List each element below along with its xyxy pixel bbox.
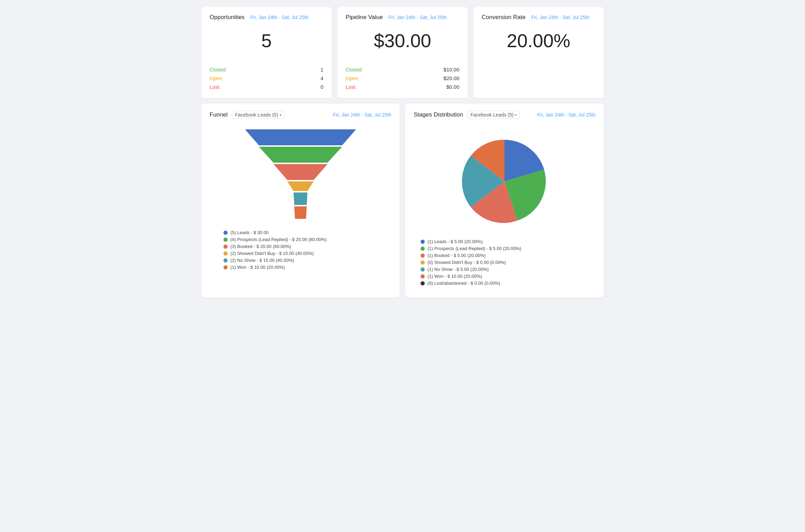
pipeline-lost-label: Lost <box>346 84 355 90</box>
svg-marker-2 <box>273 164 328 180</box>
pipeline-date: Fri, Jan 24th - Sat, Jul 25th <box>388 15 447 20</box>
legend-label-won: (1) Won - $ 10.00 (20.00%) <box>230 265 285 270</box>
funnel-card: Funnel Facebook Leads (5) ▾ Fri, Jan 24t… <box>201 104 400 298</box>
opportunities-value: 5 <box>210 26 323 58</box>
stages-title: Stages Distribution <box>414 111 463 118</box>
stages-date: Fri, Jan 24th - Sat, Jul 25th <box>537 112 595 118</box>
legend-dot-booked <box>223 244 228 249</box>
chevron-down-icon: ▾ <box>280 113 281 117</box>
pipeline-closed-row: Closed $10.00 <box>346 67 459 72</box>
stages-label-noshow: (1) No Show - $ 5.00 (20.00%) <box>427 267 489 272</box>
pipeline-closed-amount: $10.00 <box>443 67 459 72</box>
funnel-svg <box>235 129 366 226</box>
lost-label: Lost <box>210 84 219 90</box>
stages-legend-prospects: (1) Prospects (Lead Replied) - $ 5.00 (2… <box>421 246 521 251</box>
stages-dot-won <box>421 274 425 278</box>
svg-marker-0 <box>245 129 356 145</box>
stages-filter-dropdown[interactable]: Facebook Leads (5) ▾ <box>467 111 520 119</box>
legend-item-booked: (3) Booked - $ 20.00 (60.00%) <box>223 244 327 249</box>
legend-dot-prospects <box>223 238 228 242</box>
lost-count: 0 <box>321 84 323 90</box>
pipeline-value: $30.00 <box>346 26 459 58</box>
stages-header: Stages Distribution Facebook Leads (5) ▾… <box>414 111 595 119</box>
svg-marker-1 <box>259 147 342 163</box>
pipeline-header: Pipeline Value Fri, Jan 24th - Sat, Jul … <box>346 14 459 21</box>
conversion-title: Conversion Rate <box>482 14 526 21</box>
legend-item-won: (1) Won - $ 10.00 (20.00%) <box>223 265 327 270</box>
svg-marker-4 <box>294 192 307 205</box>
dashboard: Opportunities Fri, Jan 24th - Sat, Jul 2… <box>201 7 604 298</box>
legend-item-prospects: (4) Prospects (Lead Replied) - $ 25.00 (… <box>223 237 327 242</box>
stages-legend-noshow: (1) No Show - $ 5.00 (20.00%) <box>421 267 521 272</box>
conversion-value: 20.00% <box>482 26 595 58</box>
legend-label-booked: (3) Booked - $ 20.00 (60.00%) <box>230 244 291 249</box>
opportunities-breakdown: Closed 1 Open 4 Lost 0 <box>210 67 323 90</box>
stages-dot-prospects <box>421 247 425 251</box>
stages-chevron-icon: ▾ <box>515 113 517 117</box>
pipeline-title: Pipeline Value <box>346 14 383 21</box>
opportunities-open-row: Open 4 <box>210 75 323 81</box>
pipeline-lost-amount: $0.00 <box>446 84 459 90</box>
opportunities-card: Opportunities Fri, Jan 24th - Sat, Jul 2… <box>201 7 332 98</box>
pipeline-lost-row: Lost $0.00 <box>346 84 459 90</box>
conversion-date: Fri, Jan 24th - Sat, Jul 25th <box>531 15 590 20</box>
funnel-legend: (5) Leads - $ 30.00 (4) Prospects (Lead … <box>210 230 327 270</box>
pipeline-open-amount: $20.00 <box>443 75 459 81</box>
legend-dot-noshow <box>223 258 228 263</box>
open-label: Open <box>210 75 222 81</box>
stages-dot-noshow <box>421 267 425 272</box>
svg-marker-5 <box>294 206 307 219</box>
legend-dot-leads <box>223 231 228 235</box>
legend-dot-showed <box>223 251 228 256</box>
funnel-header: Funnel Facebook Leads (5) ▾ Fri, Jan 24t… <box>210 111 391 119</box>
pie-svg <box>452 129 557 233</box>
pipeline-open-row: Open $20.00 <box>346 75 459 81</box>
opportunities-lost-row: Lost 0 <box>210 84 323 90</box>
pipeline-open-label: Open <box>346 75 358 81</box>
stages-label-won: (1) Won - $ 10.00 (20.00%) <box>427 274 482 279</box>
funnel-chart-container: (5) Leads - $ 30.00 (4) Prospects (Lead … <box>210 126 391 277</box>
stages-label-lost: (0) Lost/abandoned - $ 0.00 (0.00%) <box>427 281 500 286</box>
opportunities-title: Opportunities <box>210 14 245 21</box>
stages-legend-lost: (0) Lost/abandoned - $ 0.00 (0.00%) <box>421 281 521 286</box>
funnel-title: Funnel <box>210 111 228 118</box>
stages-dot-leads <box>421 240 425 244</box>
svg-marker-3 <box>287 181 314 191</box>
legend-label-leads: (5) Leads - $ 30.00 <box>230 230 269 235</box>
stages-label-showed: (0) Showed Didn't Buy - $ 0.00 (0.00%) <box>427 260 506 265</box>
legend-label-showed: (2) Showed Didn't Buy - $ 15.00 (40.00%) <box>230 251 314 256</box>
stages-dot-showed <box>421 260 425 265</box>
pipeline-card: Pipeline Value Fri, Jan 24th - Sat, Jul … <box>337 7 468 98</box>
closed-label: Closed <box>210 67 226 72</box>
funnel-date: Fri, Jan 24th - Sat, Jul 25th <box>333 112 391 118</box>
opportunities-date: Fri, Jan 24th - Sat, Jul 25th <box>250 15 308 20</box>
stages-filter-label: Facebook Leads (5) <box>471 112 514 118</box>
stages-label-booked: (1) Booked - $ 5.00 (20.00%) <box>427 253 486 258</box>
legend-label-prospects: (4) Prospects (Lead Replied) - $ 25.00 (… <box>230 237 327 242</box>
stages-legend-leads: (1) Leads - $ 5.00 (20.00%) <box>421 239 521 244</box>
closed-count: 1 <box>321 67 323 72</box>
opportunities-closed-row: Closed 1 <box>210 67 323 72</box>
pipeline-closed-label: Closed <box>346 67 362 72</box>
stages-legend: (1) Leads - $ 5.00 (20.00%) (1) Prospect… <box>414 239 521 286</box>
stages-card: Stages Distribution Facebook Leads (5) ▾… <box>405 104 604 298</box>
legend-dot-won <box>223 265 228 269</box>
stages-legend-booked: (1) Booked - $ 5.00 (20.00%) <box>421 253 521 258</box>
stages-label-prospects: (1) Prospects (Lead Replied) - $ 5.00 (2… <box>427 246 521 251</box>
funnel-filter-dropdown[interactable]: Facebook Leads (5) ▾ <box>232 111 285 119</box>
conversion-card: Conversion Rate Fri, Jan 24th - Sat, Jul… <box>473 7 604 98</box>
stages-legend-showed: (0) Showed Didn't Buy - $ 0.00 (0.00%) <box>421 260 521 265</box>
stages-legend-won: (1) Won - $ 10.00 (20.00%) <box>421 274 521 279</box>
stages-dot-booked <box>421 254 425 258</box>
legend-label-noshow: (2) No Show - $ 15.00 (40.00%) <box>230 258 294 263</box>
legend-item-leads: (5) Leads - $ 30.00 <box>223 230 327 235</box>
funnel-filter-label: Facebook Leads (5) <box>235 112 278 118</box>
pie-chart-container: (1) Leads - $ 5.00 (20.00%) (1) Prospect… <box>414 126 595 289</box>
stages-dot-lost <box>421 281 425 285</box>
opportunities-header: Opportunities Fri, Jan 24th - Sat, Jul 2… <box>210 14 323 21</box>
open-count: 4 <box>321 75 323 81</box>
legend-item-noshow: (2) No Show - $ 15.00 (40.00%) <box>223 258 327 263</box>
legend-item-showed: (2) Showed Didn't Buy - $ 15.00 (40.00%) <box>223 251 327 256</box>
top-stats-row: Opportunities Fri, Jan 24th - Sat, Jul 2… <box>201 7 604 98</box>
pipeline-breakdown: Closed $10.00 Open $20.00 Lost $0.00 <box>346 67 459 90</box>
